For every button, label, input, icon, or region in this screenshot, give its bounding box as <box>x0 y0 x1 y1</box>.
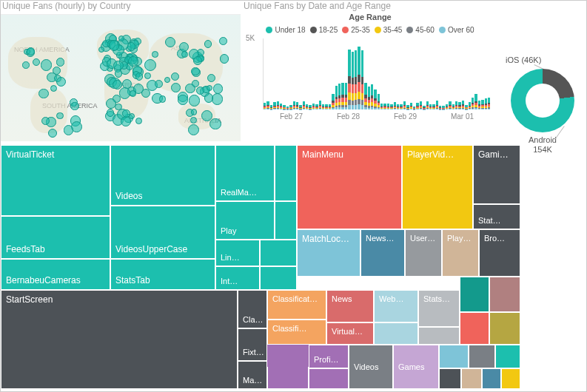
treemap-cell[interactable] <box>461 368 482 389</box>
treemap-cell[interactable] <box>260 266 297 290</box>
treemap-cell[interactable] <box>309 368 349 389</box>
treemap-cell[interactable]: Classifi… <box>267 320 326 345</box>
map-title: Unique Fans (hourly) by Country <box>2 1 130 11</box>
map-bubble <box>118 36 124 41</box>
treemap-cell[interactable]: StartScreen <box>1 290 238 389</box>
treemap-cell[interactable]: Stat… <box>473 204 520 229</box>
treemap-cell[interactable]: Int… <box>215 266 260 290</box>
treemap-cell[interactable]: StatsTab <box>110 259 215 290</box>
treemap-cell[interactable]: Play <box>215 201 275 240</box>
bar-column <box>283 38 285 109</box>
bar-column <box>341 38 343 109</box>
map-chart[interactable]: Unique Fans (hourly) by Country NORTH AM… <box>1 14 241 141</box>
treemap-cell[interactable]: BernabeuCameras <box>1 259 110 290</box>
treemap-cell[interactable] <box>275 201 297 240</box>
treemap-cell[interactable]: MainMenu <box>297 145 402 229</box>
treemap-cell[interactable] <box>469 345 495 368</box>
bar-column <box>299 38 301 109</box>
treemap-cell[interactable] <box>439 368 461 389</box>
legend-item[interactable]: 45-60 <box>406 26 435 34</box>
treemap-cell[interactable]: MatchLoc… <box>297 229 360 277</box>
treemap-cell[interactable]: PlayerVid… <box>402 145 473 229</box>
treemap-cell[interactable]: Ma… <box>238 361 267 389</box>
bar-column <box>449 38 451 109</box>
x-axis-label: Mar 01 <box>451 112 474 121</box>
map-bubble <box>192 80 198 87</box>
legend-swatch <box>266 27 272 33</box>
bar-column <box>345 38 347 109</box>
treemap-cell[interactable] <box>260 240 297 266</box>
treemap-cell[interactable] <box>439 345 469 368</box>
legend-label: 18-25 <box>319 26 338 34</box>
bar-column <box>286 38 289 109</box>
treemap-cell[interactable]: Games <box>393 345 439 389</box>
bar-column <box>319 38 321 109</box>
treemap-cell[interactable]: FeedsTab <box>1 216 110 259</box>
legend-swatch <box>439 27 446 33</box>
treemap-cell[interactable]: Videos <box>349 345 393 389</box>
treemap-cell[interactable]: User… <box>405 229 442 277</box>
treemap-cell[interactable] <box>275 145 297 201</box>
treemap-cell[interactable]: VideosUpperCase <box>110 206 215 259</box>
bar-column <box>429 38 432 109</box>
map-bubble <box>22 61 29 68</box>
treemap-cell[interactable] <box>489 312 520 345</box>
legend-item[interactable]: 18-25 <box>310 26 338 34</box>
bar-column <box>423 38 425 109</box>
map-bubble <box>107 109 114 116</box>
x-axis-label: Feb 27 <box>280 112 303 121</box>
map-bubble <box>204 40 212 47</box>
map-bubble <box>64 125 74 135</box>
treemap-cell[interactable]: Web… <box>374 290 418 322</box>
treemap-cell[interactable] <box>495 345 520 368</box>
map-body[interactable]: NORTH AMERICA SOUTH AMERICA EUROPE AFRIC… <box>1 14 241 141</box>
treemap-cell[interactable]: Bro… <box>479 229 520 277</box>
treemap-cell[interactable]: Fixt… <box>238 328 267 361</box>
map-bubble <box>155 80 163 88</box>
treemap-cell[interactable]: Virtual… <box>326 322 374 345</box>
legend-item[interactable]: 35-45 <box>375 26 403 34</box>
treemap-cell[interactable] <box>374 322 418 345</box>
legend-item[interactable]: Under 18 <box>266 26 305 34</box>
treemap-cell[interactable]: Play… <box>442 229 479 277</box>
x-axis-label: Feb 29 <box>394 112 417 121</box>
treemap-cell[interactable]: Cla… <box>238 290 267 328</box>
bar-column <box>355 38 357 109</box>
treemap-cell[interactable] <box>482 368 501 389</box>
treemap-chart[interactable]: VirtualTicket FeedsTab BernabeuCameras V… <box>1 145 586 389</box>
legend-item[interactable]: 25-35 <box>342 26 370 34</box>
treemap-cell[interactable]: Lin… <box>215 240 260 266</box>
bar-column <box>312 38 315 109</box>
treemap-cell[interactable]: VirtualTicket <box>1 145 110 216</box>
legend-item[interactable]: Over 60 <box>439 26 474 34</box>
donut-ring <box>511 69 574 132</box>
treemap-cell[interactable]: Gami… <box>473 145 520 204</box>
bar-column <box>332 38 334 109</box>
treemap-cell[interactable]: Stats… <box>418 290 460 327</box>
treemap-cell[interactable] <box>489 277 520 312</box>
map-bubble <box>70 102 78 110</box>
x-axis-label: Feb 28 <box>337 112 360 121</box>
treemap-cell[interactable]: Profi… <box>309 345 349 368</box>
map-bubble <box>122 109 130 117</box>
treemap-cell[interactable]: Classificat… <box>267 290 326 320</box>
bar-column <box>380 38 383 109</box>
map-bubble <box>98 47 104 53</box>
bar-column <box>383 38 386 109</box>
treemap-cell[interactable] <box>460 312 489 345</box>
bar-legend: Under 1818-2525-3535-4545-60Over 60 <box>242 21 498 38</box>
bar-column <box>488 38 490 109</box>
bar-column <box>358 38 360 109</box>
bar-chart[interactable]: Unique Fans by Date and Age Range Age Ra… <box>242 1 498 141</box>
treemap-cell[interactable] <box>501 368 520 389</box>
treemap-cell[interactable] <box>460 277 489 312</box>
treemap-cell[interactable]: Videos <box>110 145 215 206</box>
legend-swatch <box>310 27 317 33</box>
legend-label: 35-45 <box>383 26 403 34</box>
treemap-cell[interactable]: RealMa… <box>215 145 275 201</box>
map-bubble <box>113 61 123 70</box>
treemap-cell[interactable]: News <box>326 290 374 322</box>
treemap-cell[interactable]: News… <box>360 229 405 277</box>
map-bubble <box>48 129 57 138</box>
treemap-cell[interactable] <box>418 327 460 345</box>
